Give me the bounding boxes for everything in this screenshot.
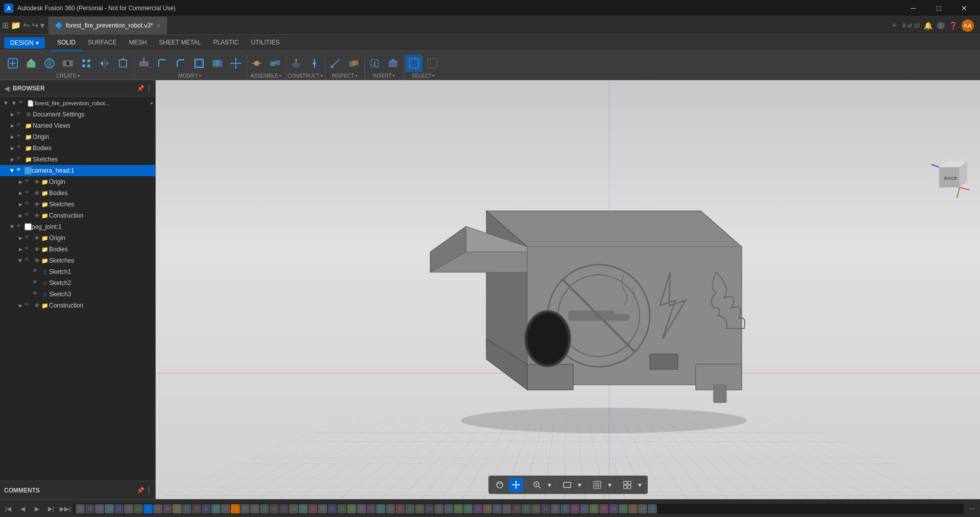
timeline-next-btn[interactable]: ▶| xyxy=(45,503,57,515)
browser-pin-icon[interactable]: 📌 xyxy=(137,85,144,92)
docsettings-eye[interactable]: 👁 xyxy=(16,111,23,118)
revolve-icon[interactable] xyxy=(41,55,58,72)
tree-ch-sketches[interactable]: ▶ 👁 👁 📁 Sketches xyxy=(0,199,155,210)
pj-origin-expand[interactable]: ▶ xyxy=(16,234,24,242)
tl-item-24[interactable]: ⬡ xyxy=(299,504,308,513)
mirror-icon[interactable] xyxy=(96,55,113,72)
ch-construction-expand[interactable]: ▶ xyxy=(16,212,24,220)
view-settings-button[interactable] xyxy=(620,478,634,492)
tl-item-1[interactable]: ⬡ xyxy=(76,504,85,513)
sketch1-eye[interactable]: 👁 xyxy=(33,268,40,275)
select-label[interactable]: SELECT▾ xyxy=(412,73,435,79)
create-label[interactable]: CREATE▾ xyxy=(56,73,80,79)
comments-more-icon[interactable]: │ xyxy=(148,487,152,494)
ch-origin-eye[interactable]: 👁 xyxy=(24,178,32,185)
tl-item-28[interactable]: ⬡ xyxy=(337,504,347,513)
tab-utilities[interactable]: UTILITIES xyxy=(245,35,286,51)
sketches-expand[interactable]: ▶ xyxy=(8,155,16,163)
tl-item-6[interactable]: ⬡ xyxy=(124,504,133,513)
display-chevron[interactable]: ▾ xyxy=(576,478,583,492)
docsettings-expand[interactable]: ▶ xyxy=(8,110,16,119)
zoom-chevron[interactable]: ▾ xyxy=(546,478,553,492)
tree-sketch3[interactable]: ▶ 👁 □ Sketch3 xyxy=(0,289,155,300)
tl-item-33[interactable]: ⬡ xyxy=(386,504,395,513)
tree-peg-joint[interactable]: ▶ 👁 peg_joint:1 xyxy=(0,221,155,232)
joint-icon[interactable] xyxy=(248,55,265,72)
tl-item-41[interactable]: ⬡ xyxy=(463,504,473,513)
ch-construction-eye[interactable]: 👁 xyxy=(24,212,32,219)
tl-item-16[interactable]: ⬡ xyxy=(221,504,230,513)
tree-root[interactable]: ▶ ▶ 👁 📄 forest_fire_prevention_robot... … xyxy=(0,98,155,109)
help-icon[interactable]: ❓ xyxy=(949,21,958,30)
combine-icon[interactable] xyxy=(209,55,226,72)
tl-item-29[interactable]: ⬡ xyxy=(347,504,356,513)
modify-label[interactable]: MODIFY▾ xyxy=(179,73,202,79)
add-tab-button[interactable]: ＋ xyxy=(890,20,898,31)
pj-bodies-eye[interactable]: 👁 xyxy=(24,246,32,253)
ch-sketches-eye[interactable]: 👁 xyxy=(24,201,32,208)
orbit-button[interactable] xyxy=(493,478,507,492)
inspect-label[interactable]: INSPECT▾ xyxy=(332,73,357,79)
timeline-play-btn[interactable]: ▶ xyxy=(31,503,43,515)
timeline-start-btn[interactable]: |◀ xyxy=(2,503,14,515)
insert-mesh-icon[interactable] xyxy=(366,55,383,72)
tab-close-icon[interactable]: ✕ xyxy=(156,23,160,29)
tl-item-2[interactable]: ⬡ xyxy=(85,504,94,513)
tl-item-35[interactable]: ⬡ xyxy=(405,504,414,513)
tl-item-25[interactable]: ⬡ xyxy=(308,504,317,513)
sketch2-eye[interactable]: 👁 xyxy=(33,279,40,287)
hole-icon[interactable] xyxy=(59,55,77,72)
active-tab[interactable]: 🔷 forest_fire_prevention_robot.v3* ✕ xyxy=(48,17,167,34)
tab-plastic[interactable]: PLASTIC xyxy=(207,35,245,51)
pj-sketches-eye[interactable]: 👁 xyxy=(24,257,32,264)
tl-item-49[interactable]: ⬡ xyxy=(541,504,550,513)
tl-item-26[interactable]: ⬡ xyxy=(318,504,327,513)
notifications-icon[interactable]: 🔔 xyxy=(924,21,933,30)
tl-item-56[interactable]: ⬡ xyxy=(609,504,618,513)
tl-item-10[interactable]: ⬡ xyxy=(163,504,172,513)
bodies-expand[interactable]: ▶ xyxy=(8,144,16,152)
minimize-button[interactable]: ─ xyxy=(901,0,925,16)
select-icon[interactable] xyxy=(405,55,423,72)
pj-bodies-expand[interactable]: ▶ xyxy=(16,245,24,253)
tl-item-39[interactable]: ⬡ xyxy=(444,504,453,513)
axis-icon[interactable] xyxy=(306,55,323,72)
camerahead-expand[interactable]: ▶ xyxy=(8,167,16,175)
tl-item-58[interactable]: ⬡ xyxy=(628,504,638,513)
namedviews-eye[interactable]: 👁 xyxy=(16,122,23,129)
tl-item-15[interactable]: ⬡ xyxy=(211,504,220,513)
as-built-joint-icon[interactable] xyxy=(266,55,284,72)
grid-button[interactable] xyxy=(590,478,604,492)
bodies-eye[interactable]: 👁 xyxy=(16,145,23,152)
interference-icon[interactable] xyxy=(345,55,362,72)
tl-item-32[interactable]: ⬡ xyxy=(376,504,385,513)
tree-pj-bodies[interactable]: ▶ 👁 👁 📁 Bodies xyxy=(0,244,155,255)
tl-item-21[interactable]: ⬡ xyxy=(270,504,279,513)
tl-item-4[interactable]: ⬡ xyxy=(105,504,114,513)
root-eye[interactable]: 👁 xyxy=(18,100,26,107)
timeline-bars-icon[interactable]: ⋯ xyxy=(966,503,978,515)
tree-pj-origin[interactable]: ▶ 👁 👁 📁 Origin xyxy=(0,232,155,244)
tl-item-54[interactable]: ⬡ xyxy=(590,504,599,513)
design-button[interactable]: DESIGN ▾ xyxy=(4,37,45,49)
maximize-button[interactable]: □ xyxy=(927,0,950,16)
tl-item-51[interactable]: ⬡ xyxy=(560,504,570,513)
tl-item-55[interactable]: ⬡ xyxy=(599,504,608,513)
pj-const-expand[interactable]: ▶ xyxy=(16,301,24,310)
tab-quick-access[interactable]: ⊞ 📁 ↩ ↪ ▾ xyxy=(2,20,44,30)
ch-bodies-expand[interactable]: ▶ xyxy=(16,189,24,197)
comments-pin-icon[interactable]: 📌 xyxy=(137,487,144,494)
ch-sketches-expand[interactable]: ▶ xyxy=(16,200,24,208)
view-chevron[interactable]: ▾ xyxy=(636,478,644,492)
tl-item-47[interactable]: ⬡ xyxy=(522,504,531,513)
tl-item-18[interactable]: ⬡ xyxy=(240,504,250,513)
camerahead-eye[interactable]: 👁 xyxy=(16,167,23,174)
move-bodies-icon[interactable] xyxy=(114,55,132,72)
extrude-icon[interactable] xyxy=(22,55,40,72)
timeline-end-btn[interactable]: ▶▶| xyxy=(59,503,71,515)
tl-item-59[interactable]: ⬡ xyxy=(638,504,647,513)
tab-sheet-metal[interactable]: SHEET METAL xyxy=(153,35,207,51)
tree-document-settings[interactable]: ▶ 👁 ⚙ Document Settings xyxy=(0,109,155,120)
tl-item-31[interactable]: ⬡ xyxy=(366,504,376,513)
tree-camera-head[interactable]: ▶ 👁 camera_head:1 xyxy=(0,165,155,176)
